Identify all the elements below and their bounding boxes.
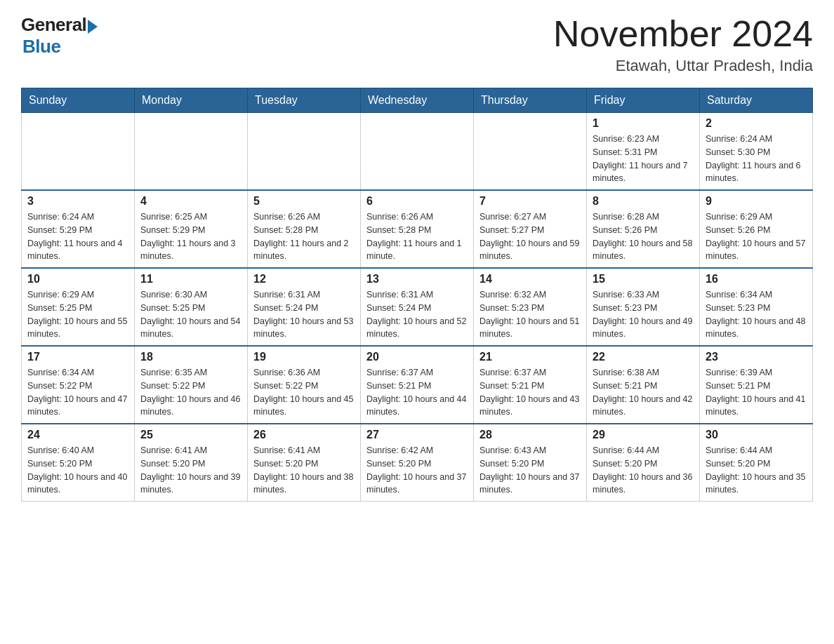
logo-arrow-icon — [88, 20, 98, 34]
day-info: Sunrise: 6:35 AMSunset: 5:22 PMDaylight:… — [140, 366, 241, 419]
calendar-cell-w2-d6: 8Sunrise: 6:28 AMSunset: 5:26 PMDaylight… — [587, 190, 700, 268]
day-number: 11 — [140, 273, 241, 286]
day-number: 24 — [27, 429, 128, 441]
calendar-cell-w4-d4: 20Sunrise: 6:37 AMSunset: 5:21 PMDayligh… — [361, 346, 474, 424]
calendar-week-4: 17Sunrise: 6:34 AMSunset: 5:22 PMDayligh… — [22, 346, 813, 424]
header-thursday: Thursday — [474, 88, 587, 113]
calendar-cell-w2-d3: 5Sunrise: 6:26 AMSunset: 5:28 PMDaylight… — [248, 190, 361, 268]
calendar-cell-w3-d4: 13Sunrise: 6:31 AMSunset: 5:24 PMDayligh… — [361, 268, 474, 346]
day-number: 3 — [27, 195, 128, 208]
header-monday: Monday — [135, 88, 248, 113]
calendar-cell-w5-d1: 24Sunrise: 6:40 AMSunset: 5:20 PMDayligh… — [22, 424, 135, 502]
day-info: Sunrise: 6:30 AMSunset: 5:25 PMDaylight:… — [140, 288, 241, 341]
calendar-cell-w5-d7: 30Sunrise: 6:44 AMSunset: 5:20 PMDayligh… — [700, 424, 813, 502]
calendar-cell-w1-d3 — [248, 113, 361, 191]
calendar-cell-w3-d3: 12Sunrise: 6:31 AMSunset: 5:24 PMDayligh… — [248, 268, 361, 346]
day-number: 12 — [253, 273, 355, 286]
day-number: 30 — [706, 429, 807, 441]
calendar-cell-w5-d2: 25Sunrise: 6:41 AMSunset: 5:20 PMDayligh… — [135, 424, 248, 502]
calendar-cell-w5-d4: 27Sunrise: 6:42 AMSunset: 5:20 PMDayligh… — [361, 424, 474, 502]
title-section: November 2024 Etawah, Uttar Pradesh, Ind… — [553, 14, 813, 75]
calendar-week-2: 3Sunrise: 6:24 AMSunset: 5:29 PMDaylight… — [22, 190, 813, 268]
day-info: Sunrise: 6:28 AMSunset: 5:26 PMDaylight:… — [593, 210, 694, 263]
day-info: Sunrise: 6:43 AMSunset: 5:20 PMDaylight:… — [479, 444, 581, 497]
day-number: 16 — [706, 273, 807, 286]
day-info: Sunrise: 6:27 AMSunset: 5:27 PMDaylight:… — [479, 210, 581, 263]
day-number: 15 — [593, 273, 694, 286]
calendar-cell-w2-d5: 7Sunrise: 6:27 AMSunset: 5:27 PMDaylight… — [474, 190, 587, 268]
calendar-cell-w5-d6: 29Sunrise: 6:44 AMSunset: 5:20 PMDayligh… — [587, 424, 700, 502]
day-number: 25 — [140, 429, 241, 441]
day-number: 20 — [366, 351, 468, 363]
calendar-cell-w3-d5: 14Sunrise: 6:32 AMSunset: 5:23 PMDayligh… — [474, 268, 587, 346]
calendar-cell-w4-d5: 21Sunrise: 6:37 AMSunset: 5:21 PMDayligh… — [474, 346, 587, 424]
logo: General Blue — [21, 14, 98, 58]
day-number: 27 — [366, 429, 468, 441]
calendar-week-5: 24Sunrise: 6:40 AMSunset: 5:20 PMDayligh… — [22, 424, 813, 502]
day-info: Sunrise: 6:24 AMSunset: 5:29 PMDaylight:… — [27, 210, 128, 263]
calendar-cell-w2-d7: 9Sunrise: 6:29 AMSunset: 5:26 PMDaylight… — [700, 190, 813, 268]
day-number: 17 — [27, 351, 128, 363]
calendar-cell-w1-d2 — [135, 113, 248, 191]
day-number: 26 — [253, 429, 355, 441]
day-number: 23 — [706, 351, 807, 363]
header-sunday: Sunday — [22, 88, 135, 113]
day-info: Sunrise: 6:33 AMSunset: 5:23 PMDaylight:… — [593, 288, 694, 341]
day-number: 9 — [706, 195, 807, 208]
day-info: Sunrise: 6:44 AMSunset: 5:20 PMDaylight:… — [706, 444, 807, 497]
calendar-week-3: 10Sunrise: 6:29 AMSunset: 5:25 PMDayligh… — [22, 268, 813, 346]
day-number: 14 — [479, 273, 581, 286]
day-info: Sunrise: 6:36 AMSunset: 5:22 PMDaylight:… — [253, 366, 355, 419]
day-info: Sunrise: 6:26 AMSunset: 5:28 PMDaylight:… — [366, 210, 468, 263]
calendar-cell-w5-d5: 28Sunrise: 6:43 AMSunset: 5:20 PMDayligh… — [474, 424, 587, 502]
day-info: Sunrise: 6:29 AMSunset: 5:25 PMDaylight:… — [27, 288, 128, 341]
day-number: 18 — [140, 351, 241, 363]
day-number: 19 — [253, 351, 355, 363]
day-info: Sunrise: 6:41 AMSunset: 5:20 PMDaylight:… — [253, 444, 355, 497]
logo-general-text: General — [21, 14, 86, 36]
calendar-cell-w2-d4: 6Sunrise: 6:26 AMSunset: 5:28 PMDaylight… — [361, 190, 474, 268]
calendar-cell-w4-d2: 18Sunrise: 6:35 AMSunset: 5:22 PMDayligh… — [135, 346, 248, 424]
calendar-cell-w2-d2: 4Sunrise: 6:25 AMSunset: 5:29 PMDaylight… — [135, 190, 248, 268]
location-subtitle: Etawah, Uttar Pradesh, India — [553, 57, 813, 75]
day-info: Sunrise: 6:31 AMSunset: 5:24 PMDaylight:… — [253, 288, 355, 341]
calendar-cell-w4-d6: 22Sunrise: 6:38 AMSunset: 5:21 PMDayligh… — [587, 346, 700, 424]
calendar-cell-w5-d3: 26Sunrise: 6:41 AMSunset: 5:20 PMDayligh… — [248, 424, 361, 502]
month-title: November 2024 — [553, 14, 813, 54]
day-number: 13 — [366, 273, 468, 286]
day-number: 6 — [366, 195, 468, 208]
calendar-table: Sunday Monday Tuesday Wednesday Thursday… — [21, 88, 813, 502]
page-header: General Blue November 2024 Etawah, Uttar… — [21, 14, 813, 75]
day-number: 1 — [593, 117, 694, 130]
day-number: 5 — [253, 195, 355, 208]
calendar-cell-w3-d7: 16Sunrise: 6:34 AMSunset: 5:23 PMDayligh… — [700, 268, 813, 346]
day-info: Sunrise: 6:24 AMSunset: 5:30 PMDaylight:… — [706, 133, 807, 185]
day-info: Sunrise: 6:41 AMSunset: 5:20 PMDaylight:… — [140, 444, 241, 497]
logo-blue-text: Blue — [22, 36, 60, 57]
calendar-cell-w4-d3: 19Sunrise: 6:36 AMSunset: 5:22 PMDayligh… — [248, 346, 361, 424]
day-info: Sunrise: 6:29 AMSunset: 5:26 PMDaylight:… — [706, 210, 807, 263]
calendar-cell-w1-d6: 1Sunrise: 6:23 AMSunset: 5:31 PMDaylight… — [587, 113, 700, 191]
day-info: Sunrise: 6:25 AMSunset: 5:29 PMDaylight:… — [140, 210, 241, 263]
header-wednesday: Wednesday — [361, 88, 474, 113]
day-info: Sunrise: 6:44 AMSunset: 5:20 PMDaylight:… — [593, 444, 694, 497]
calendar-header-row: Sunday Monday Tuesday Wednesday Thursday… — [22, 88, 813, 113]
day-info: Sunrise: 6:23 AMSunset: 5:31 PMDaylight:… — [593, 133, 694, 185]
header-friday: Friday — [587, 88, 700, 113]
day-info: Sunrise: 6:40 AMSunset: 5:20 PMDaylight:… — [27, 444, 128, 497]
calendar-cell-w4-d7: 23Sunrise: 6:39 AMSunset: 5:21 PMDayligh… — [700, 346, 813, 424]
calendar-cell-w1-d5 — [474, 113, 587, 191]
day-number: 4 — [140, 195, 241, 208]
day-info: Sunrise: 6:34 AMSunset: 5:23 PMDaylight:… — [706, 288, 807, 341]
day-info: Sunrise: 6:38 AMSunset: 5:21 PMDaylight:… — [593, 366, 694, 419]
calendar-week-1: 1Sunrise: 6:23 AMSunset: 5:31 PMDaylight… — [22, 113, 813, 191]
day-number: 8 — [593, 195, 694, 208]
day-number: 21 — [479, 351, 581, 363]
header-tuesday: Tuesday — [248, 88, 361, 113]
day-info: Sunrise: 6:37 AMSunset: 5:21 PMDaylight:… — [366, 366, 468, 419]
day-number: 29 — [593, 429, 694, 441]
day-info: Sunrise: 6:34 AMSunset: 5:22 PMDaylight:… — [27, 366, 128, 419]
calendar-cell-w2-d1: 3Sunrise: 6:24 AMSunset: 5:29 PMDaylight… — [22, 190, 135, 268]
day-number: 22 — [593, 351, 694, 363]
day-info: Sunrise: 6:31 AMSunset: 5:24 PMDaylight:… — [366, 288, 468, 341]
